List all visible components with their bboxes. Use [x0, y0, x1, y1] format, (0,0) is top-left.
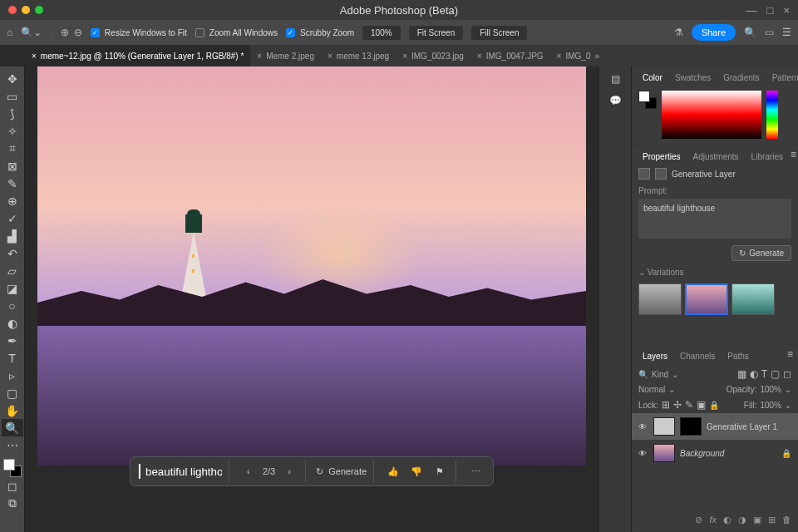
window-close-macos[interactable] — [8, 6, 17, 14]
history-brush-tool[interactable]: ↶ — [2, 244, 23, 262]
crop-tool[interactable]: ⌗ — [2, 140, 23, 157]
zoom-tool[interactable]: 🔍 — [2, 419, 23, 436]
properties-generate-button[interactable]: ↻Generate — [732, 245, 791, 261]
frame-tool[interactable]: ⊠ — [2, 157, 23, 175]
filter-pixel-icon[interactable]: ▦ — [737, 368, 746, 380]
foreground-background-swatch[interactable] — [3, 459, 22, 477]
more-options-button[interactable]: ⋯ — [466, 462, 485, 480]
stamp-tool[interactable]: ▟ — [2, 227, 23, 244]
filter-shape-icon[interactable]: ▢ — [771, 368, 780, 380]
dodge-tool[interactable]: ◐ — [2, 314, 23, 332]
mask-icon[interactable]: ◐ — [723, 515, 732, 525]
document-canvas[interactable] — [37, 66, 586, 466]
eraser-tool[interactable]: ▱ — [2, 262, 23, 279]
lock-pixel-icon[interactable]: ✎ — [685, 399, 693, 411]
lock-all-icon[interactable]: ⊞ — [662, 399, 670, 411]
filter-kind[interactable]: Kind — [652, 370, 668, 379]
layer-name[interactable]: Background — [680, 449, 724, 458]
zoom-in-icon[interactable]: ⊕ — [61, 27, 69, 38]
zoom-all-checkbox[interactable] — [195, 28, 204, 37]
heal-tool[interactable]: ⊕ — [2, 192, 23, 209]
layer-row[interactable]: 👁 Background 🔒 — [632, 440, 798, 466]
variation-thumb[interactable] — [732, 283, 775, 315]
window-minimize-macos[interactable] — [22, 6, 30, 14]
document-tab[interactable]: ×IMG_0023.jpg — [396, 45, 470, 66]
fill-screen-button[interactable]: Fill Screen — [471, 26, 527, 40]
wand-tool[interactable]: ✧ — [2, 122, 23, 140]
gradients-tab[interactable]: Gradients — [717, 70, 765, 86]
delete-layer-icon[interactable]: 🗑 — [782, 515, 791, 525]
color-field[interactable] — [662, 91, 761, 139]
type-tool[interactable]: T — [2, 349, 23, 367]
panel-menu-icon[interactable]: ☰ — [782, 27, 791, 38]
panel-menu-icon[interactable]: ≡ — [791, 149, 796, 165]
blur-tool[interactable]: ○ — [2, 297, 23, 314]
zoom-100-button[interactable]: 100% — [362, 26, 401, 40]
generate-button[interactable]: ↻ Generate — [309, 461, 374, 482]
layer-thumb[interactable] — [653, 417, 675, 436]
color-tab[interactable]: Color — [637, 70, 668, 86]
document-tab[interactable]: ×IMG_0047.JPG — [470, 45, 550, 66]
visibility-toggle[interactable]: 👁 — [638, 422, 648, 431]
lock-artboard-icon[interactable]: ▣ — [697, 399, 706, 411]
variation-thumb[interactable] — [685, 283, 728, 315]
color-swatch[interactable] — [638, 91, 657, 109]
paths-tab[interactable]: Paths — [722, 348, 755, 364]
home-icon[interactable]: ⌂ — [7, 27, 12, 38]
shape-tool[interactable]: ▢ — [2, 384, 23, 401]
lasso-tool[interactable]: ⟆ — [2, 105, 23, 122]
layer-name[interactable]: Generative Layer 1 — [707, 422, 777, 431]
blend-mode-select[interactable]: Normal — [638, 385, 665, 394]
filter-smart-icon[interactable]: ◻ — [783, 368, 791, 380]
libraries-tab[interactable]: Libraries — [746, 149, 789, 165]
search-icon[interactable]: 🔍 — [744, 27, 756, 38]
thumbs-up-button[interactable]: 👍 — [384, 462, 402, 480]
lock-pos-icon[interactable]: ✢ — [673, 399, 682, 411]
resize-windows-checkbox[interactable]: ✓ — [91, 28, 100, 37]
link-layers-icon[interactable]: ⊘ — [695, 515, 702, 525]
comments-icon[interactable]: 💬 — [609, 95, 622, 106]
fit-screen-button[interactable]: Fit Screen — [409, 26, 464, 40]
visibility-toggle[interactable]: 👁 — [638, 449, 648, 458]
eyedropper-tool[interactable]: ✎ — [2, 175, 23, 192]
panel-icon[interactable]: ▤ — [611, 73, 620, 85]
window-close-icon[interactable]: × — [783, 4, 790, 17]
brush-tool[interactable]: ✓ — [2, 209, 23, 227]
generative-prompt-input[interactable] — [139, 464, 222, 479]
swatches-tab[interactable]: Swatches — [669, 70, 717, 86]
channels-tab[interactable]: Channels — [674, 348, 721, 364]
scrubby-zoom-checkbox[interactable]: ✓ — [286, 28, 295, 37]
marquee-tool[interactable]: ▭ — [2, 87, 23, 105]
layer-mask-thumb[interactable] — [680, 417, 702, 436]
gradient-tool[interactable]: ◪ — [2, 279, 23, 297]
layers-tab[interactable]: Layers — [637, 348, 673, 364]
prev-variation-button[interactable]: ‹ — [239, 462, 258, 480]
prompt-textarea[interactable]: beautiful lighthouse — [638, 199, 791, 239]
fill-input[interactable]: 100% — [760, 401, 781, 410]
lock-icon[interactable]: 🔒 — [709, 401, 719, 410]
screenmode-toggle[interactable]: ⧉ — [2, 495, 23, 512]
move-tool[interactable]: ✥ — [2, 70, 23, 87]
pen-tool[interactable]: ✒ — [2, 332, 23, 349]
layer-thumb[interactable] — [653, 444, 675, 462]
variation-thumb[interactable] — [638, 283, 682, 315]
share-button[interactable]: Share — [692, 24, 736, 41]
document-tab[interactable]: ×meme~12.jpg @ 110% (Generative Layer 1,… — [25, 45, 250, 66]
fx-icon[interactable]: fx — [709, 515, 717, 525]
document-tab[interactable]: ×IMG_0» — [550, 45, 606, 66]
document-tab[interactable]: ×meme 13.jpeg — [321, 45, 396, 66]
window-min-icon[interactable]: — — [746, 4, 757, 17]
adjustment-icon[interactable]: ◑ — [738, 515, 746, 525]
hand-tool[interactable]: ✋ — [2, 401, 23, 419]
edit-toolbar[interactable]: ⋯ — [2, 436, 23, 454]
zoom-tool-dropdown[interactable]: 🔍⌄ — [21, 27, 42, 38]
thumbs-down-button[interactable]: 👎 — [407, 462, 426, 480]
path-tool[interactable]: ▹ — [2, 367, 23, 384]
adjustments-tab[interactable]: Adjustments — [687, 149, 745, 165]
new-layer-icon[interactable]: ⊞ — [768, 515, 776, 525]
zoom-out-icon[interactable]: ⊖ — [74, 27, 82, 38]
panel-menu-icon[interactable]: ≡ — [787, 348, 793, 364]
document-tab[interactable]: ×Meme 2.jpeg — [250, 45, 321, 66]
quickmask-toggle[interactable]: ◻ — [2, 477, 23, 495]
window-max-icon[interactable]: □ — [767, 4, 774, 17]
